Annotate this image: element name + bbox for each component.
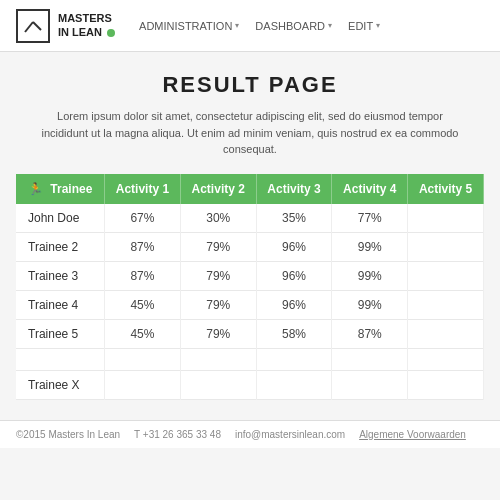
cell-score: 79% <box>180 232 256 261</box>
table-row: Trainee 287%79%96%99% <box>16 232 484 261</box>
logo-area: MASTERS IN LEAN <box>16 9 115 43</box>
nav-administration-label: ADMINISTRATION <box>139 20 232 32</box>
cell-score: 87% <box>332 319 408 348</box>
cell-score: 99% <box>332 232 408 261</box>
logo-icon <box>23 16 43 36</box>
top-nav: ADMINISTRATION ▾ DASHBOARD ▾ EDIT ▾ <box>139 20 380 32</box>
cell-trainee-name: John Doe <box>16 204 105 233</box>
table-row: Trainee X <box>16 370 484 399</box>
footer-phone: T +31 26 365 33 48 <box>134 429 221 440</box>
cell-trainee-name: Trainee 4 <box>16 290 105 319</box>
cell-score <box>256 348 332 370</box>
cell-score <box>105 370 181 399</box>
nav-administration[interactable]: ADMINISTRATION ▾ <box>139 20 239 32</box>
footer-link[interactable]: Algemene Voorwaarden <box>359 429 466 440</box>
svg-line-0 <box>25 22 33 32</box>
cell-score: 45% <box>105 290 181 319</box>
cell-score: 96% <box>256 232 332 261</box>
logo-box <box>16 9 50 43</box>
page-title: RESULT PAGE <box>16 72 484 98</box>
cell-score <box>408 232 484 261</box>
col-activity1: Activity 1 <box>105 174 181 204</box>
cell-score <box>408 348 484 370</box>
nav-edit[interactable]: EDIT ▾ <box>348 20 380 32</box>
cell-score: 79% <box>180 319 256 348</box>
cell-score <box>408 290 484 319</box>
nav-edit-label: EDIT <box>348 20 373 32</box>
cell-score: 58% <box>256 319 332 348</box>
nav-dashboard-label: DASHBOARD <box>255 20 325 32</box>
col-activity5: Activity 5 <box>408 174 484 204</box>
cell-score: 35% <box>256 204 332 233</box>
logo-dot <box>107 29 115 37</box>
trainee-icon: 🏃 <box>28 182 43 196</box>
cell-score: 96% <box>256 261 332 290</box>
col-activity3: Activity 3 <box>256 174 332 204</box>
cell-score <box>408 319 484 348</box>
cell-trainee-name <box>16 348 105 370</box>
cell-score: 79% <box>180 290 256 319</box>
main-content: RESULT PAGE Lorem ipsum dolor sit amet, … <box>0 52 500 410</box>
cell-score <box>408 370 484 399</box>
cell-score: 77% <box>332 204 408 233</box>
cell-trainee-name: Trainee X <box>16 370 105 399</box>
table-row: John Doe67%30%35%77% <box>16 204 484 233</box>
cell-score: 45% <box>105 319 181 348</box>
footer-copyright: ©2015 Masters In Lean <box>16 429 120 440</box>
cell-score <box>256 370 332 399</box>
cell-trainee-name: Trainee 3 <box>16 261 105 290</box>
cell-trainee-name: Trainee 5 <box>16 319 105 348</box>
svg-line-1 <box>33 22 41 30</box>
cell-score <box>332 348 408 370</box>
cell-score: 67% <box>105 204 181 233</box>
cell-score <box>408 261 484 290</box>
cell-trainee-name: Trainee 2 <box>16 232 105 261</box>
table-row <box>16 348 484 370</box>
footer: ©2015 Masters In Lean T +31 26 365 33 48… <box>0 420 500 448</box>
logo-line2: IN LEAN <box>58 26 102 38</box>
results-table-wrapper: 🏃 Trainee Activity 1 Activity 2 Activity… <box>16 174 484 400</box>
cell-score <box>105 348 181 370</box>
nav-administration-arrow: ▾ <box>235 21 239 30</box>
results-table: 🏃 Trainee Activity 1 Activity 2 Activity… <box>16 174 484 400</box>
table-row: Trainee 387%79%96%99% <box>16 261 484 290</box>
cell-score <box>332 370 408 399</box>
col-trainee: 🏃 Trainee <box>16 174 105 204</box>
cell-score: 99% <box>332 290 408 319</box>
footer-email: info@mastersinlean.com <box>235 429 345 440</box>
cell-score: 96% <box>256 290 332 319</box>
table-row: Trainee 445%79%96%99% <box>16 290 484 319</box>
nav-edit-arrow: ▾ <box>376 21 380 30</box>
cell-score: 79% <box>180 261 256 290</box>
cell-score: 99% <box>332 261 408 290</box>
cell-score: 30% <box>180 204 256 233</box>
logo-line1: MASTERS <box>58 12 112 24</box>
cell-score <box>180 370 256 399</box>
cell-score <box>408 204 484 233</box>
col-activity2: Activity 2 <box>180 174 256 204</box>
col-activity4: Activity 4 <box>332 174 408 204</box>
cell-score <box>180 348 256 370</box>
header: MASTERS IN LEAN ADMINISTRATION ▾ DASHBOA… <box>0 0 500 52</box>
page-description: Lorem ipsum dolor sit amet, consectetur … <box>40 108 460 158</box>
nav-dashboard[interactable]: DASHBOARD ▾ <box>255 20 332 32</box>
table-header-row: 🏃 Trainee Activity 1 Activity 2 Activity… <box>16 174 484 204</box>
nav-dashboard-arrow: ▾ <box>328 21 332 30</box>
table-row: Trainee 545%79%58%87% <box>16 319 484 348</box>
cell-score: 87% <box>105 232 181 261</box>
cell-score: 87% <box>105 261 181 290</box>
logo-text: MASTERS IN LEAN <box>58 12 115 38</box>
